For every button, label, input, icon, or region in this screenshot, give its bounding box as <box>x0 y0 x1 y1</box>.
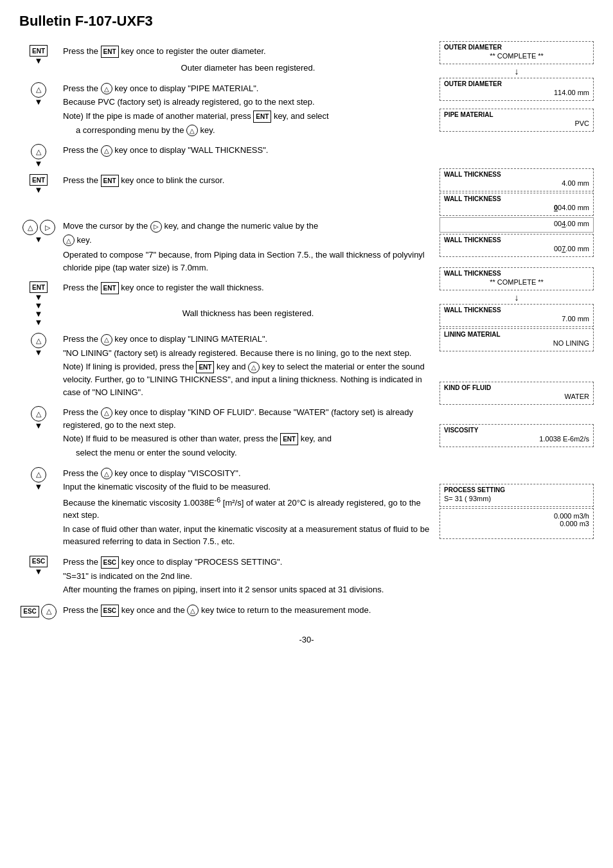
panel-value-plain-1: 004.00 mm <box>554 220 589 227</box>
arrow-4: ▼ <box>35 186 43 194</box>
icon-col-4: ENT ▼ <box>19 173 58 194</box>
panel-value-total: 0.000 m3 <box>444 520 589 527</box>
panel-label-od-complete: OUTER DIAMETER <box>444 44 589 51</box>
panel-value-flow: 0.000 m3/h <box>444 512 589 520</box>
panel-value-lining: NO LINING <box>444 339 589 347</box>
ent-key-icon-4: ENT <box>30 174 48 186</box>
panel-label-od-value: OUTER DIAMETER <box>444 80 589 87</box>
instruction-row-3: △ ▼ Press the △ key once to display "WAL… <box>19 140 433 170</box>
arrow-3: ▼ <box>35 159 43 168</box>
panel-label-pipe-material: PIPE MATERIAL <box>444 111 589 118</box>
arrow-indicator-1: ↓ <box>440 66 594 77</box>
arrow-8: ▼ <box>35 421 43 430</box>
ent-key-icon-6: ENT <box>30 281 48 293</box>
arrow-1: ▼ <box>35 57 43 65</box>
icon-col-3: △ ▼ <box>19 143 58 168</box>
text-col-5: Move the cursor by the ▷ key, and change… <box>63 218 433 275</box>
panel-measurement-mode: 0.000 m3/h 0.000 m3 <box>440 508 594 539</box>
arrow-indicator-2: ↓ <box>440 292 594 303</box>
panel-viscosity: VISCOSITY 1.0038 E-6m2/s <box>440 424 594 447</box>
icon-col-7: △ ▼ <box>19 332 58 357</box>
instructions-column: ENT ▼ Press the ENT key once to register… <box>19 41 433 622</box>
panel-wall-thickness-1: WALL THICKNESS 4.00 mm <box>440 168 594 191</box>
panel-label-wt-final: WALL THICKNESS <box>444 306 589 314</box>
page-number: -30- <box>19 635 594 644</box>
text-col-7: Press the △ key once to display "LINING … <box>63 332 433 400</box>
esc-key-icon-10: ESC <box>30 556 48 567</box>
panel-wall-thickness-complete: WALL THICKNESS ** COMPLETE ** <box>440 267 594 290</box>
arrow-9: ▼ <box>35 483 43 491</box>
triangle-key-5: △ <box>22 220 38 235</box>
panel-wall-plain-1: 004.00 mm <box>440 217 594 233</box>
icon-col-1: ENT ▼ <box>19 44 58 65</box>
instruction-row-7: △ ▼ Press the △ key once to display "LIN… <box>19 329 433 402</box>
arrow-10: ▼ <box>35 567 43 576</box>
panel-label-wt-complete: WALL THICKNESS <box>444 270 589 277</box>
triangle-key-icon-8: △ <box>31 406 46 421</box>
icon-col-9: △ ▼ <box>19 466 58 491</box>
text-col-6: Press the ENT key once to register the w… <box>63 280 433 321</box>
icon-col-2: △ ▼ <box>19 81 58 106</box>
panel-label-fluid: KIND OF FLUID <box>444 384 589 391</box>
text-col-10: Press the ESC key once to display "PROCE… <box>63 554 433 598</box>
text-col-11: Press the ESC key once and the △ key twi… <box>63 603 433 618</box>
triangle-key-icon-7: △ <box>31 333 46 348</box>
text-col-9: Press the △ key once to display "VISCOSI… <box>63 466 433 549</box>
keys-row-5: △ ▷ <box>22 220 55 235</box>
panel-value-pipe-material: PVC <box>444 120 589 127</box>
icon-col-10: ESC ▼ <box>19 554 58 576</box>
panel-outer-diameter-value: OUTER DIAMETER 114.00 mm <box>440 78 594 101</box>
arrow-7: ▼ <box>35 348 43 357</box>
panel-label-lining: LINING MATERIAL <box>444 331 589 338</box>
panel-value-process: S= 31 ( 93mm) <box>444 495 589 502</box>
icon-col-11: ESC △ <box>19 603 58 619</box>
arrow-6d: ▼ <box>35 318 43 326</box>
text-col-4: Press the ENT key once to blink the curs… <box>63 173 433 188</box>
panel-value-wt-1: 4.00 mm <box>444 179 589 187</box>
text-col-3: Press the △ key once to display "WALL TH… <box>63 143 433 158</box>
panel-label-viscosity: VISCOSITY <box>444 427 589 434</box>
display-panels-column: OUTER DIAMETER ** COMPLETE ** ↓ OUTER DI… <box>440 41 594 622</box>
ent-key-icon: ENT <box>30 45 48 57</box>
instruction-row-1: ENT ▼ Press the ENT key once to register… <box>19 41 433 78</box>
right-key-5: ▷ <box>40 220 55 235</box>
panel-kind-of-fluid: KIND OF FLUID WATER <box>440 382 594 405</box>
panel-value-od-complete: ** COMPLETE ** <box>444 52 589 60</box>
panel-wall-thickness-final: WALL THICKNESS 7.00 mm <box>440 304 594 327</box>
panel-value-wt-complete: ** COMPLETE ** <box>444 278 589 286</box>
icon-col-8: △ ▼ <box>19 405 58 430</box>
panel-value-wt-final: 7.00 mm <box>444 315 589 323</box>
panel-label-process: PROCESS SETTING <box>444 486 589 493</box>
panel-value-fluid: WATER <box>444 393 589 400</box>
instruction-row-10: ESC ▼ Press the ESC key once to display … <box>19 552 433 600</box>
panel-wall-thickness-2: WALL THICKNESS 004.00 mm <box>440 193 594 216</box>
panel-wall-thickness-3: WALL THICKNESS 007.00 mm <box>440 234 594 257</box>
instruction-row-4: ENT ▼ Press the ENT key once to blink th… <box>19 170 433 197</box>
instruction-row-11: ESC △ Press the ESC key once and the △ k… <box>19 600 433 622</box>
panel-value-wt-3: 007.00 mm <box>444 245 589 252</box>
panel-lining-material: LINING MATERIAL NO LINING <box>440 328 594 351</box>
triangle-key-icon-9: △ <box>31 467 46 483</box>
instruction-row-6: ENT ▼ ▼ ▼ ▼ Press the ENT key once to re… <box>19 278 433 329</box>
text-col-2: Press the △ key once to display "PIPE MA… <box>63 81 433 138</box>
page-title: Bulletin F-107-UXF3 <box>19 13 594 30</box>
arrow-5: ▼ <box>35 235 43 244</box>
triangle-key-icon-3: △ <box>31 144 46 159</box>
instruction-row-2: △ ▼ Press the △ key once to display "PIP… <box>19 78 433 141</box>
icon-col-5: △ ▷ ▼ <box>19 218 58 244</box>
panel-value-viscosity: 1.0038 E-6m2/s <box>444 435 589 443</box>
arrow-2: ▼ <box>35 98 43 106</box>
panel-outer-diameter-complete: OUTER DIAMETER ** COMPLETE ** <box>440 41 594 64</box>
keys-row-11: ESC △ <box>21 604 57 619</box>
triangle-key-11: △ <box>41 604 57 619</box>
panel-label-wt-2: WALL THICKNESS <box>444 195 589 202</box>
panel-value-od: 114.00 mm <box>444 89 589 96</box>
instruction-row-5: △ ▷ ▼ Move the cursor by the ▷ key, and … <box>19 216 433 278</box>
icon-col-6: ENT ▼ ▼ ▼ ▼ <box>19 280 58 326</box>
panel-label-wt-3: WALL THICKNESS <box>444 236 589 244</box>
panel-label-wt-1: WALL THICKNESS <box>444 171 589 178</box>
panel-process-setting: PROCESS SETTING S= 31 ( 93mm) <box>440 484 594 507</box>
instruction-row-9: △ ▼ Press the △ key once to display "VIS… <box>19 463 433 552</box>
triangle-key-icon-2: △ <box>31 82 46 98</box>
panel-pipe-material: PIPE MATERIAL PVC <box>440 109 594 132</box>
